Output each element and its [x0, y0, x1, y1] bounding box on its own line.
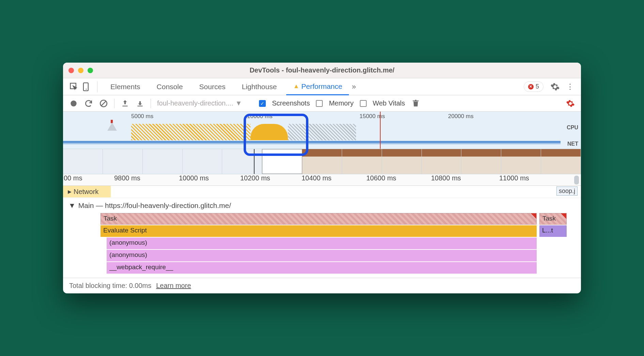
filmstrip-frame[interactable]	[461, 149, 501, 174]
overview-cpu-activity	[131, 124, 250, 140]
expand-icon: ▶	[68, 189, 72, 194]
footer: Total blocking time: 0.00ms Learn more	[63, 278, 581, 293]
svg-rect-6	[122, 106, 127, 106]
ruler-tick: 10200 ms	[240, 174, 270, 182]
ruler-tick: 10800 ms	[431, 174, 461, 182]
overview-cpu-label: CPU	[567, 125, 578, 131]
network-lane: ▶Network soop.j	[63, 186, 581, 198]
flame-layout[interactable]: L...t	[539, 225, 567, 237]
filmstrip-frame[interactable]	[63, 149, 103, 174]
devtools-window: DevTools - foul-heavenly-direction.glitc…	[63, 63, 581, 293]
webvitals-checkbox[interactable]	[360, 100, 367, 107]
capture-settings-icon[interactable]	[566, 99, 575, 108]
traffic-lights	[68, 68, 93, 73]
svg-line-5	[102, 101, 106, 106]
tbt-label: Total blocking time: 0.00ms	[69, 282, 151, 290]
more-tabs-icon[interactable]: »	[352, 82, 356, 91]
flame-chart[interactable]: Task Task Evaluate Script L...t (anonymo…	[63, 213, 581, 278]
settings-icon[interactable]	[550, 82, 560, 92]
minimize-icon[interactable]	[78, 68, 83, 73]
ruler-tick: 10600 ms	[366, 174, 396, 182]
main-lane: ▼Main — https://foul-heavenly-direction.…	[63, 198, 581, 278]
tab-console[interactable]: Console	[150, 78, 190, 95]
window-title: DevTools - foul-heavenly-direction.glitc…	[249, 66, 394, 74]
memory-checkbox[interactable]	[316, 100, 323, 107]
tab-sources[interactable]: Sources	[193, 78, 232, 95]
overview-tick: 15000 ms	[359, 113, 385, 120]
filmstrip-frame[interactable]	[342, 149, 382, 174]
flame-evaluate-script[interactable]: Evaluate Script	[101, 225, 537, 237]
main-header[interactable]: ▼Main — https://foul-heavenly-direction.…	[63, 198, 581, 213]
overview-selection-highlight	[244, 114, 308, 156]
overview-net-line2	[63, 143, 561, 144]
clear-icon[interactable]	[99, 99, 108, 108]
reload-icon[interactable]	[84, 99, 93, 108]
network-request[interactable]: soop.j	[556, 187, 578, 196]
flame-anonymous[interactable]: (anonymous)	[107, 238, 537, 249]
learn-more-link[interactable]: Learn more	[156, 282, 191, 290]
titlebar: DevTools - foul-heavenly-direction.glitc…	[63, 63, 581, 78]
svg-point-3	[71, 100, 76, 106]
ruler-tick: 10000 ms	[179, 174, 209, 182]
error-count: 5	[536, 83, 539, 90]
tab-elements[interactable]: Elements	[104, 78, 147, 95]
panel-tabs: Elements Console Sources Lighthouse ▲Per…	[63, 78, 581, 95]
overview-tick: 20000 ms	[448, 113, 474, 120]
inspect-icon[interactable]	[69, 82, 79, 92]
overview-net-label: NET	[567, 141, 578, 147]
error-dot-icon: ✕	[528, 84, 534, 90]
trash-icon[interactable]	[411, 99, 420, 108]
filmstrip-frame[interactable]	[382, 149, 422, 174]
flame-anonymous[interactable]: (anonymous)	[107, 250, 537, 261]
upload-icon[interactable]	[121, 99, 129, 108]
flame-task[interactable]: Task	[101, 213, 537, 225]
close-icon[interactable]	[68, 68, 74, 73]
tab-lighthouse[interactable]: Lighthouse	[235, 78, 284, 95]
filmstrip-frame[interactable]	[501, 149, 541, 174]
filmstrip-frame[interactable]	[143, 149, 183, 174]
time-ruler[interactable]: 00 ms 9800 ms 10000 ms 10200 ms 10400 ms…	[63, 174, 581, 186]
separator	[114, 99, 114, 108]
webvitals-label: Web Vitals	[373, 99, 405, 107]
ruler-tick: 9800 ms	[114, 174, 140, 182]
filmstrip-frame[interactable]	[183, 149, 223, 174]
chevron-down-icon: ▼	[235, 99, 242, 107]
ruler-tick: 10400 ms	[302, 174, 332, 182]
download-icon[interactable]	[136, 99, 144, 108]
main-label: Main — https://foul-heavenly-direction.g…	[78, 201, 231, 210]
tab-performance-label: Performance	[301, 82, 342, 91]
overview-marker-line	[380, 112, 381, 149]
screenshots-label: Screenshots	[272, 99, 310, 107]
record-icon[interactable]	[69, 99, 78, 108]
tab-performance[interactable]: ▲Performance	[286, 78, 349, 95]
network-label: Network	[74, 188, 98, 196]
error-badge[interactable]: ✕5	[524, 81, 543, 92]
filmstrip[interactable]	[63, 149, 581, 174]
flame-webpack-require[interactable]: __webpack_require__	[107, 262, 537, 274]
filmstrip-frame[interactable]	[103, 149, 143, 174]
screenshots-checkbox[interactable]: ✓	[259, 100, 266, 107]
device-toggle-icon[interactable]	[81, 82, 91, 92]
overview-tick: 5000 ms	[131, 113, 153, 120]
ruler-tick: 11000 ms	[499, 174, 529, 182]
warning-icon: ▲	[293, 83, 299, 90]
memory-label: Memory	[329, 99, 353, 107]
svg-rect-7	[137, 106, 142, 106]
separator	[151, 99, 151, 108]
network-header[interactable]: ▶Network	[63, 186, 111, 197]
kebab-icon[interactable]: ⋮	[565, 82, 575, 92]
maximize-icon[interactable]	[88, 68, 93, 73]
overview-timeline[interactable]: 5000 ms 10000 ms 15000 ms 20000 ms CPU N…	[63, 112, 581, 149]
filmstrip-frame[interactable]	[302, 149, 342, 174]
recording-dropdown[interactable]: foul-heavenly-direction.... ▼	[157, 99, 242, 107]
perf-toolbar: foul-heavenly-direction.... ▼ ✓ Screensh…	[63, 95, 581, 112]
collapse-icon: ▼	[68, 201, 76, 210]
ruler-tick: 00 ms	[64, 174, 82, 182]
overview-cpu-peak	[107, 123, 117, 131]
filmstrip-frame[interactable]	[541, 149, 581, 174]
ruler-scrollbar[interactable]	[574, 176, 579, 184]
recording-dropdown-label: foul-heavenly-direction....	[157, 99, 233, 107]
flame-task[interactable]: Task	[539, 213, 567, 225]
filmstrip-frame[interactable]	[422, 149, 462, 174]
separator	[97, 81, 97, 92]
